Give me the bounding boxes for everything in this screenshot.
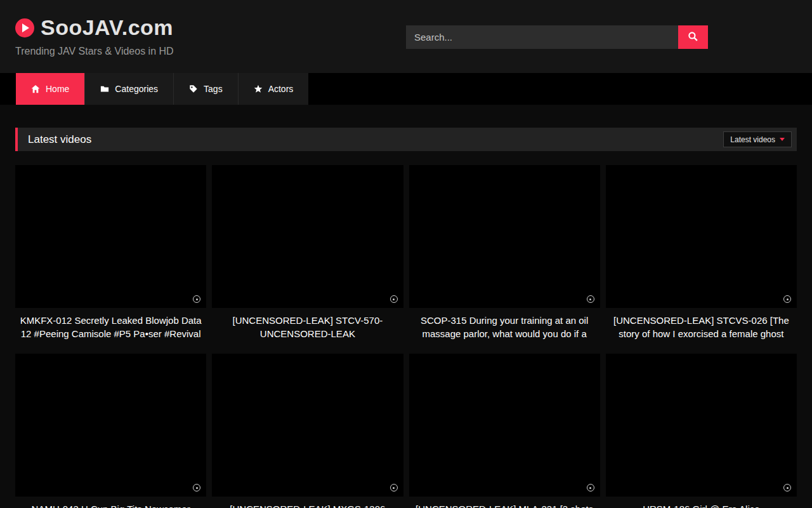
- nav-item-tags[interactable]: Tags: [173, 73, 238, 105]
- section-title: Latest videos: [28, 133, 91, 146]
- nav-label: Tags: [204, 84, 223, 94]
- site-tagline: Trending JAV Stars & Videos in HD: [15, 46, 174, 57]
- tag-icon: [189, 84, 198, 93]
- home-icon: [31, 84, 40, 93]
- video-card: [UNCENSORED-LEAK] MXGS-1306 Absolutely: [212, 354, 403, 508]
- main-nav: Home Categories Tags Actors: [0, 73, 812, 105]
- site-header: SooJAV.com Trending JAV Stars & Videos i…: [0, 0, 812, 73]
- video-thumbnail[interactable]: [409, 165, 600, 308]
- magnifier-icon: [688, 31, 698, 44]
- video-thumbnail[interactable]: [212, 165, 403, 308]
- caret-down-icon: [780, 138, 785, 141]
- search-button[interactable]: [678, 25, 708, 49]
- nav-item-categories[interactable]: Categories: [84, 73, 173, 105]
- nav-label: Home: [46, 84, 69, 94]
- video-thumbnail[interactable]: [15, 165, 206, 308]
- folder-icon: [100, 84, 109, 93]
- sort-selected-label: Latest videos: [730, 135, 775, 144]
- video-thumbnail[interactable]: [409, 354, 600, 497]
- search-input[interactable]: [406, 25, 678, 49]
- video-grid: KMKFX-012 Secretly Leaked Blowjob Data 1…: [15, 165, 797, 508]
- sort-dropdown[interactable]: Latest videos: [723, 131, 792, 147]
- video-card: SCOP-315 During your training at an oil …: [409, 165, 600, 340]
- video-card: [UNCENSORED-LEAK] STCVS-026 [The story o…: [606, 165, 797, 340]
- logo-text: SooJAV.com: [41, 15, 173, 40]
- video-title[interactable]: [UNCENSORED-LEAK] MXGS-1306 Absolutely: [214, 502, 400, 508]
- duration-icon: [193, 295, 200, 303]
- duration-icon: [587, 295, 594, 303]
- duration-icon: [783, 295, 791, 303]
- video-thumbnail[interactable]: [606, 354, 797, 497]
- video-title[interactable]: NAMH-043 H Cup Big Tits Newcomer (170cm …: [18, 502, 204, 508]
- duration-icon: [193, 484, 200, 491]
- duration-icon: [390, 484, 398, 491]
- duration-icon: [783, 484, 791, 491]
- video-card: [UNCENSORED-LEAK] MLA-231 [3 shots in: [409, 354, 600, 508]
- duration-icon: [587, 484, 594, 491]
- video-title[interactable]: [UNCENSORED-LEAK] STCV-570-UNCENSORED-LE…: [214, 314, 400, 340]
- search-bar: [406, 25, 708, 49]
- nav-label: Categories: [115, 84, 158, 94]
- star-icon: [254, 84, 263, 93]
- video-card: [UNCENSORED-LEAK] STCV-570-UNCENSORED-LE…: [212, 165, 403, 340]
- video-title[interactable]: [UNCENSORED-LEAK] STCVS-026 [The story o…: [608, 314, 794, 340]
- nav-label: Actors: [268, 84, 294, 94]
- video-title[interactable]: [UNCENSORED-LEAK] MLA-231 [3 shots in: [412, 502, 598, 508]
- video-card: NAMH-043 H Cup Big Tits Newcomer (170cm …: [15, 354, 206, 508]
- play-circle-icon: [15, 18, 34, 37]
- site-logo[interactable]: SooJAV.com: [15, 15, 173, 40]
- section-header-latest-videos: Latest videos Latest videos: [15, 128, 797, 151]
- video-card: KMKFX-012 Secretly Leaked Blowjob Data 1…: [15, 165, 206, 340]
- duration-icon: [390, 295, 398, 303]
- video-thumbnail[interactable]: [606, 165, 797, 308]
- video-thumbnail[interactable]: [212, 354, 403, 497]
- video-title[interactable]: HRSM-186 Girl @ Era Alice: [608, 502, 794, 508]
- video-thumbnail[interactable]: [15, 354, 206, 497]
- video-title[interactable]: KMKFX-012 Secretly Leaked Blowjob Data 1…: [18, 314, 204, 340]
- video-title[interactable]: SCOP-315 During your training at an oil …: [412, 314, 598, 340]
- video-card: HRSM-186 Girl @ Era Alice: [606, 354, 797, 508]
- nav-item-actors[interactable]: Actors: [238, 73, 309, 105]
- nav-item-home[interactable]: Home: [16, 73, 84, 105]
